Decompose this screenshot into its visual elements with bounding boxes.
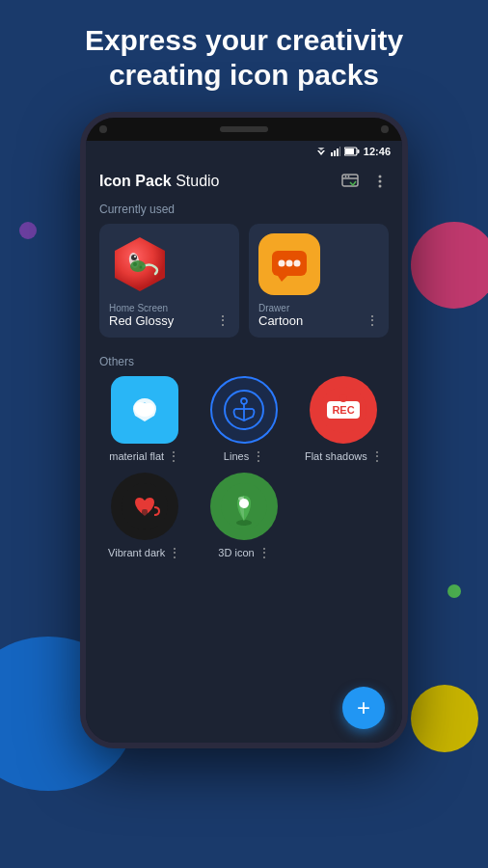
svg-point-20 (130, 260, 146, 272)
vibrant-dark-svg (121, 482, 169, 530)
material-flat-icon (111, 376, 178, 444)
flat-shadows-icon: REC (310, 376, 377, 444)
home-screen-subtitle: Home Screen (109, 303, 174, 313)
lines-dots[interactable]: ⋮ (253, 449, 264, 463)
svg-rect-5 (337, 149, 339, 156)
lines-item[interactable]: Lines ⋮ (199, 376, 288, 463)
currently-used-label: Currently used (86, 199, 402, 224)
lines-icon (210, 376, 278, 444)
cartoon-icon (258, 233, 320, 295)
title-bold: Icon Pack (99, 173, 172, 189)
toolbar-icons (340, 172, 389, 191)
lines-name: Lines (224, 450, 249, 462)
shield-icon[interactable] (340, 172, 360, 191)
svg-point-25 (286, 260, 293, 267)
app-title: Icon Pack Studio (99, 173, 220, 190)
flat-shadows-name: Flat shadows (305, 450, 367, 462)
others-grid: material flat ⋮ Lines (86, 376, 402, 573)
battery-icon (344, 147, 360, 156)
status-time: 12:46 (364, 146, 391, 157)
flat-shadows-item[interactable]: REC Flat shadows ⋮ (299, 376, 389, 463)
status-bar: 12:46 (86, 141, 402, 162)
wifi-icon (315, 147, 327, 156)
fab-plus-icon: + (357, 696, 370, 719)
3d-icon-dots[interactable]: ⋮ (258, 546, 270, 559)
3d-icon-item[interactable]: 3D icon ⋮ (199, 473, 288, 559)
svg-point-37 (339, 394, 347, 402)
svg-rect-9 (345, 149, 354, 154)
svg-point-18 (131, 255, 137, 260)
lines-svg (222, 388, 266, 432)
svg-point-26 (294, 260, 301, 267)
fab-button[interactable]: + (342, 687, 385, 729)
home-screen-name: Red Glossy (109, 313, 174, 328)
title-normal: Studio (172, 173, 220, 189)
svg-rect-8 (357, 149, 359, 153)
flat-shadows-footer: Flat shadows ⋮ (299, 449, 389, 463)
phone-speaker (220, 126, 268, 132)
svg-point-43 (238, 497, 244, 501)
home-screen-card[interactable]: Home Screen Red Glossy ⋮ (99, 224, 239, 338)
vibrant-dark-footer: Vibrant dark ⋮ (99, 546, 189, 559)
front-camera2 (381, 125, 389, 133)
svg-rect-10 (342, 175, 358, 186)
material-flat-item[interactable]: material flat ⋮ (99, 376, 189, 463)
svg-rect-39 (142, 509, 148, 517)
header-line2: creating icon packs (109, 59, 379, 91)
app-toolbar: Icon Pack Studio (86, 162, 402, 199)
svg-point-13 (379, 176, 382, 178)
flat-shadows-svg: REC (319, 386, 367, 434)
bg-circle-magenta (411, 222, 488, 309)
material-flat-footer: material flat ⋮ (99, 449, 189, 463)
svg-point-11 (345, 176, 347, 177)
red-glossy-svg (109, 233, 171, 295)
bg-circle-yellow (411, 685, 478, 752)
phone-frame: 12:46 Icon Pack Studio (80, 112, 408, 748)
vibrant-dark-icon (111, 473, 178, 540)
svg-point-21 (133, 262, 137, 266)
vibrant-dark-item[interactable]: Vibrant dark ⋮ (99, 473, 189, 559)
others-label: Others (86, 351, 402, 376)
material-flat-name: material flat (109, 450, 164, 462)
svg-point-22 (140, 266, 143, 269)
svg-point-15 (379, 185, 382, 188)
material-flat-svg (123, 389, 166, 431)
app-content: Icon Pack Studio Curre (86, 162, 402, 743)
flat-shadows-dots[interactable]: ⋮ (371, 449, 383, 463)
drawer-dots[interactable]: ⋮ (366, 312, 379, 328)
front-camera (99, 125, 107, 133)
svg-rect-6 (339, 147, 340, 156)
svg-rect-4 (334, 150, 336, 156)
svg-point-19 (134, 256, 136, 258)
svg-point-24 (279, 260, 285, 267)
svg-text:REC: REC (333, 404, 355, 416)
3d-icon-footer: 3D icon ⋮ (199, 546, 288, 559)
svg-point-12 (348, 176, 350, 177)
signal-icon (331, 147, 340, 156)
material-flat-dots[interactable]: ⋮ (168, 449, 179, 463)
3d-icon-icon (210, 473, 278, 540)
bg-circle-purple (19, 222, 37, 239)
red-glossy-icon (109, 233, 171, 295)
vibrant-dark-dots[interactable]: ⋮ (169, 546, 180, 559)
currently-used-section: Home Screen Red Glossy ⋮ (86, 224, 402, 351)
3d-icon-svg (220, 482, 268, 530)
home-screen-card-footer: Home Screen Red Glossy ⋮ (109, 303, 230, 328)
drawer-card-footer: Drawer Cartoon ⋮ (258, 303, 379, 328)
svg-point-31 (241, 398, 247, 404)
drawer-card[interactable]: Drawer Cartoon ⋮ (249, 224, 389, 338)
svg-point-29 (145, 403, 154, 413)
home-screen-dots[interactable]: ⋮ (216, 312, 230, 328)
drawer-name: Cartoon (258, 313, 303, 328)
header-line1: Express your creativity (85, 24, 403, 56)
svg-point-28 (134, 402, 146, 414)
3d-icon-name: 3D icon (218, 547, 254, 558)
status-icons: 12:46 (315, 146, 391, 157)
cartoon-svg (268, 243, 311, 285)
more-vert-icon[interactable] (371, 173, 389, 190)
lines-footer: Lines ⋮ (199, 449, 288, 463)
vibrant-dark-name: Vibrant dark (108, 547, 165, 558)
svg-point-14 (379, 180, 382, 183)
bg-circle-green (447, 584, 461, 598)
phone-top-bar (86, 118, 402, 141)
